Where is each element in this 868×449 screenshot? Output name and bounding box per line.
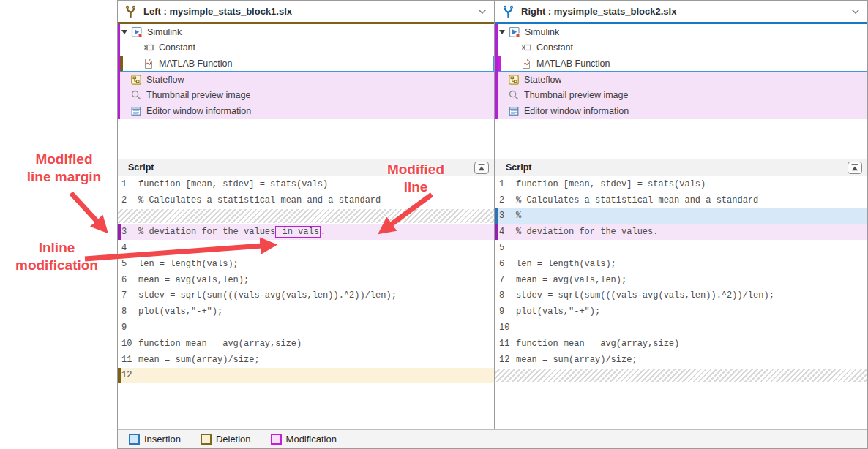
tree-item-matlab-function[interactable]: MATLAB Function [118,56,494,72]
tree-item-label: Stateflow [524,75,561,85]
left-code-view: 1function [mean, stdev] = stats(vals)2% … [118,176,494,429]
code-line-9: 9plot(vals,"-+"); [495,303,867,320]
code-line-5: 5 [495,240,867,256]
selected-node-marker [120,56,123,71]
right-tree: SimulinkConstantMATLAB FunctionStateflow… [495,24,867,119]
matlab-function-icon [520,58,532,69]
placeholder-row [495,369,867,383]
legend-item-insertion: Insertion [129,434,181,445]
right-script-header: Script [495,159,867,176]
chevron-down-icon[interactable] [478,9,487,15]
tree-item-label: Thumbnail preview image [524,90,628,100]
line-number: 9 [495,306,516,317]
code-line-10: 10 [495,320,867,336]
stateflow-icon [130,74,142,86]
line-number: 12 [118,370,138,380]
placeholder-row [118,209,494,224]
chevron-down-icon[interactable] [851,9,860,15]
code-line-7: 7mean = avg(vals,len); [495,272,867,288]
tree-item-editor-window-information[interactable]: Editor window information [118,103,494,119]
annotation-text: modification [0,257,113,274]
legend-label: Insertion [144,434,181,445]
tree-item-simulink[interactable]: Simulink [495,24,867,40]
expander-icon[interactable] [499,30,505,34]
tree-item-matlab-function[interactable]: MATLAB Function [495,56,867,72]
compare-branch-icon [502,5,515,18]
tree-item-editor-window-information[interactable]: Editor window information [495,103,867,119]
line-number: 9 [118,322,138,333]
line-number: 5 [118,259,138,269]
code-line-3[interactable]: 3% deviation for the values in vals. [118,224,494,240]
comparison-tool: Left : mysimple_stats_block1.slx Simulin… [117,0,868,449]
code-text: % deviation for the values. [516,227,658,237]
inline-modification-box: in vals [275,226,321,238]
code-text: function [mean, stdev] = stats(vals) [516,179,706,189]
tree-item-thumbnail-preview-image[interactable]: Thumbnail preview image [495,88,867,104]
tree-item-stateflow[interactable]: Stateflow [495,72,867,88]
left-file-selector[interactable]: Left : mysimple_stats_block1.slx [118,1,494,24]
code-line-5: 5len = length(vals); [118,256,494,272]
panel-gap [118,119,494,159]
code-text: stdev = sqrt(sum(((vals-avg(vals,len)).^… [516,290,774,301]
constant-icon [520,42,532,53]
code-text: mean = avg(vals,len); [516,275,626,285]
code-text: len = length(vals); [138,259,239,269]
line-number: 6 [118,275,138,285]
code-line-12: 12mean = sum(array)/size; [495,352,867,368]
diff-margin-bar [118,224,121,240]
legend-label: Modification [286,434,337,445]
magnifier-icon [130,89,142,101]
legend-swatch-insertion [129,434,140,445]
right-file-title: Right : mysimple_stats_block2.slx [521,6,845,17]
code-text: % Calculates a statistical mean and a st… [138,195,381,205]
legend-label: Deletion [216,434,251,445]
line-number: 4 [118,243,138,253]
modified-margin-line [495,24,498,119]
code-text: function [mean, stdev] = stats(vals) [138,179,328,189]
left-file-title: Left : mysimple_stats_block1.slx [143,6,471,17]
line-number: 1 [495,179,516,189]
tree-item-thumbnail-preview-image[interactable]: Thumbnail preview image [118,88,494,104]
tree-item-label: MATLAB Function [536,59,610,69]
annotation-text: Modified [379,161,452,178]
code-line-2: 2% Calculates a statistical mean and a s… [495,192,867,208]
magnifier-icon [508,89,520,101]
tree-item-constant[interactable]: Constant [118,40,494,56]
tree-item-stateflow[interactable]: Stateflow [118,72,494,88]
code-text: plot(vals,"-+"); [516,306,600,317]
code-line-3[interactable]: 3% [495,208,867,224]
code-text: function mean = avg(array,size) [516,339,679,349]
diff-margin-bar [495,208,498,224]
left-tree: SimulinkConstantMATLAB FunctionStateflow… [118,24,494,119]
modified-margin-line [118,24,120,119]
diff-margin-bar [495,224,498,240]
line-number: 3 [118,227,138,237]
line-number: 10 [495,322,516,333]
collapse-panel-button[interactable] [474,162,489,174]
annotation-inline-modification: Inline modification [0,239,113,274]
tree-item-constant[interactable]: Constant [495,40,867,56]
line-number: 8 [118,306,138,317]
collapse-panel-button[interactable] [848,162,862,174]
code-line-12[interactable]: 12 [118,368,494,384]
matlab-function-icon [143,58,154,69]
tree-item-label: Constant [159,42,195,53]
line-number: 10 [118,339,138,349]
diff-legend: InsertionDeletionModification [118,429,867,448]
line-number: 1 [118,179,138,189]
annotation-text: line [379,178,452,196]
tree-item-label: Simulink [525,27,559,37]
tree-item-label: Editor window information [524,106,629,116]
code-line-4[interactable]: 4% deviation for the values. [495,224,867,240]
code-text: stdev = sqrt(sum(((vals-avg(vals,len)).^… [138,290,397,301]
tree-item-label: Thumbnail preview image [146,90,250,100]
simulink-icon [131,26,143,38]
expander-icon[interactable] [121,30,127,34]
line-number: 3 [495,211,516,221]
tree-item-simulink[interactable]: Simulink [118,24,494,40]
right-file-selector[interactable]: Right : mysimple_stats_block2.slx [495,1,867,24]
code-text: len = length(vals); [516,259,616,269]
code-text: mean = avg(vals,len); [138,275,249,285]
left-panel: Left : mysimple_stats_block1.slx Simulin… [118,1,494,429]
script-title: Script [506,162,848,173]
